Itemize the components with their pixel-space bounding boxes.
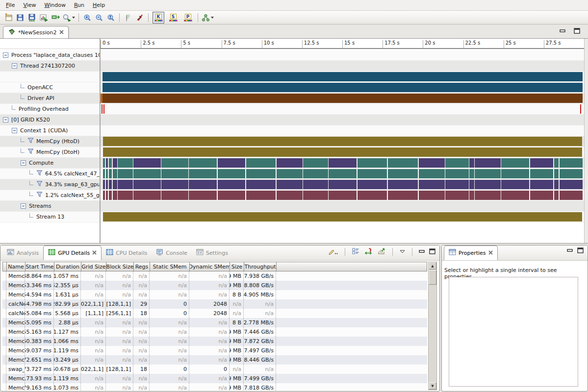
interval[interactable] <box>103 212 582 221</box>
interval[interactable] <box>560 158 583 168</box>
interval[interactable] <box>469 158 474 168</box>
timeline-row[interactable]: Stream 13 <box>0 212 584 222</box>
interval[interactable] <box>218 191 246 200</box>
chart-icon[interactable] <box>38 12 50 24</box>
collapse-minus-icon[interactable] <box>21 203 26 209</box>
interval[interactable] <box>118 158 132 168</box>
interval[interactable] <box>246 191 276 200</box>
dropdown-caret-icon[interactable] <box>72 17 75 19</box>
interval[interactable] <box>469 180 474 189</box>
timeline-row[interactable]: Compute <box>0 158 584 169</box>
timeline-track[interactable] <box>101 212 584 221</box>
interval[interactable] <box>475 169 501 178</box>
interval[interactable] <box>113 158 117 168</box>
interval[interactable] <box>133 158 161 168</box>
table-row[interactable]: Memcpy160.383 ms1.066 msn/an/an/an/an/a9… <box>2 337 427 346</box>
view-mode-icon[interactable] <box>352 247 360 256</box>
overhead-interval[interactable] <box>102 104 102 114</box>
interval[interactable] <box>419 169 445 178</box>
interval[interactable] <box>530 158 554 168</box>
interval[interactable] <box>303 169 328 178</box>
interval[interactable] <box>113 191 117 200</box>
timeline-track[interactable] <box>101 83 584 92</box>
column-header-size[interactable]: Size <box>230 262 244 271</box>
timeline-row[interactable] <box>0 72 584 82</box>
interval[interactable] <box>445 158 469 168</box>
interval[interactable] <box>329 158 357 168</box>
interval[interactable] <box>103 180 105 189</box>
timeline-row[interactable]: Driver API <box>0 93 584 104</box>
interval[interactable] <box>277 191 303 200</box>
timeline-row[interactable]: Thread 2741307200 <box>0 61 584 72</box>
timeline-track[interactable] <box>101 201 584 211</box>
interval[interactable] <box>303 191 328 200</box>
interval[interactable] <box>501 158 529 168</box>
timeline-track[interactable] <box>101 169 584 178</box>
tree-splitter[interactable] <box>100 39 101 243</box>
interval[interactable] <box>358 158 387 168</box>
segments-icon[interactable] <box>50 12 61 24</box>
table-row[interactable]: Memcpy169.037 ms1.119 msn/an/an/an/an/a9… <box>2 346 427 355</box>
timeline-track[interactable] <box>101 158 584 168</box>
timeline-track[interactable] <box>101 94 584 103</box>
maximize-icon[interactable] <box>574 28 580 35</box>
interval[interactable] <box>133 169 161 178</box>
table-row[interactable]: Memcpy155.095 ms2.88 µsn/an/an/an/an/a8 … <box>2 318 427 327</box>
timeline-row[interactable]: OpenACC <box>0 82 584 93</box>
interval[interactable] <box>419 180 445 189</box>
interval[interactable] <box>109 169 112 178</box>
interval[interactable] <box>388 169 418 178</box>
timeline-track[interactable] <box>101 147 584 157</box>
overhead-interval[interactable] <box>103 104 104 114</box>
menu-file[interactable]: File <box>2 0 19 10</box>
interval[interactable] <box>103 147 582 157</box>
session-tab[interactable]: *NewSession2 <box>3 26 69 38</box>
menu-window[interactable]: Window <box>41 0 70 10</box>
table-row[interactable]: Memcpy173.93 ms1.119 msn/an/an/an/an/a9 … <box>2 374 427 383</box>
table-scrollbar[interactable]: ▲ ▼ <box>428 262 437 390</box>
interval[interactable] <box>161 191 188 200</box>
interval[interactable] <box>161 158 188 168</box>
collapse-minus-icon[interactable] <box>12 128 17 133</box>
interval[interactable] <box>501 180 529 189</box>
tab-cpu-details[interactable]: CPU Details <box>102 245 152 260</box>
interval[interactable] <box>358 191 387 200</box>
menu-view[interactable]: View <box>19 0 40 10</box>
timeline-track[interactable] <box>101 50 584 60</box>
timeline-row[interactable]: MemCpy (HtoD) <box>0 136 584 147</box>
interval[interactable] <box>133 180 161 189</box>
interval[interactable] <box>329 169 357 178</box>
save-icon[interactable] <box>14 12 26 24</box>
interval[interactable] <box>501 191 529 200</box>
overhead-interval[interactable] <box>580 104 581 114</box>
interval[interactable] <box>501 169 529 178</box>
interval[interactable] <box>388 191 418 200</box>
interval[interactable] <box>246 180 276 189</box>
interval[interactable] <box>189 191 217 200</box>
filter-funnel-icon[interactable] <box>36 170 43 177</box>
interval[interactable] <box>109 191 112 200</box>
interval[interactable] <box>419 158 445 168</box>
marker-icon[interactable] <box>122 12 134 24</box>
tab-console[interactable]: Console <box>152 245 192 260</box>
table-row[interactable]: Memcpy153.346 ms62.355 µsn/an/an/an/an/a… <box>2 281 427 290</box>
interval[interactable] <box>530 191 554 200</box>
interval[interactable] <box>109 180 112 189</box>
timeline-track[interactable] <box>101 126 584 135</box>
interval[interactable] <box>118 180 132 189</box>
column-header-throughput[interactable]: Throughput <box>244 262 277 271</box>
table-row[interactable]: Memcpy179.163 ms1.073 msn/an/an/an/an/a9… <box>2 383 427 391</box>
interval[interactable] <box>445 169 469 178</box>
interval[interactable] <box>554 158 559 168</box>
timeline-row[interactable]: 64.5% calcNext_47_... <box>0 169 584 179</box>
collapse-minus-icon[interactable] <box>3 117 8 122</box>
menu-run[interactable]: Run <box>70 0 89 10</box>
timeline-track[interactable] <box>101 104 584 114</box>
timeline-track[interactable] <box>101 115 584 124</box>
interval[interactable] <box>102 72 583 81</box>
interval[interactable] <box>475 158 501 168</box>
interval[interactable] <box>419 191 445 200</box>
kernel-colors-button[interactable]: K <box>153 12 164 24</box>
timeline-row[interactable]: Streams <box>0 201 584 212</box>
timeline-row[interactable]: 1.2% calcNext_55_g... <box>0 190 584 201</box>
